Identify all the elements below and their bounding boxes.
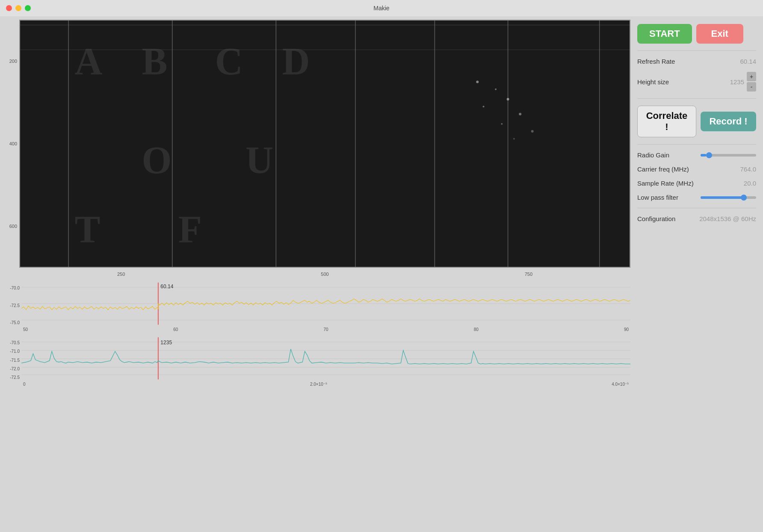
svg-text:1235: 1235 — [160, 340, 172, 346]
y-label-600: 600 — [9, 224, 17, 229]
svg-point-25 — [531, 130, 534, 133]
chart2-y-axis: -70.5 -71.0 -71.5 -72.0 -72.5 — [0, 337, 21, 388]
carrier-freq-row: Carrier freq (MHz) 764.0 — [637, 166, 756, 173]
chart1-y-725: -72.5 — [10, 303, 20, 308]
height-size-row: Height size 1235 + - — [637, 72, 756, 92]
record-button[interactable]: Record ! — [701, 112, 756, 131]
x-label-250: 250 — [117, 272, 125, 277]
chart1-x-90: 90 — [624, 327, 629, 332]
refresh-rate-row: Refresh Rate 60.14 — [637, 58, 756, 65]
chart1-y-axis: -70.0 -72.5 -75.0 — [0, 282, 21, 334]
chart1-panel: -70.0 -72.5 -75.0 60.14 — [0, 282, 630, 334]
svg-text:D: D — [282, 40, 310, 83]
y-label-200: 200 — [9, 59, 17, 64]
svg-point-22 — [483, 106, 485, 107]
carrier-freq-label: Carrier freq (MHz) — [637, 166, 689, 173]
radio-gain-slider[interactable] — [701, 154, 756, 157]
chart1-x-60: 60 — [173, 327, 178, 332]
chart1-y-70: -70.0 — [10, 286, 20, 290]
x-label-750: 750 — [525, 272, 532, 277]
svg-rect-0 — [20, 20, 630, 267]
low-pass-track[interactable] — [701, 196, 756, 199]
spectrogram-svg: A B C D O U T F — [20, 20, 630, 267]
svg-text:U: U — [245, 139, 273, 181]
separator-3 — [637, 144, 756, 145]
radio-gain-track[interactable] — [701, 154, 756, 157]
window-controls[interactable] — [6, 5, 31, 11]
minimize-button[interactable] — [15, 5, 21, 11]
chart2-panel: -70.5 -71.0 -71.5 -72.0 -72.5 — [0, 337, 630, 388]
svg-point-19 — [476, 81, 479, 83]
chart2-x-2e-5: 2.0×10⁻⁵ — [310, 382, 327, 387]
chart2-svg: 1235 — [21, 337, 630, 380]
chart2-y-720: -72.0 — [10, 366, 20, 371]
app-title: Makie — [373, 5, 389, 12]
y-label-400: 400 — [9, 141, 17, 146]
svg-text:T: T — [74, 208, 100, 251]
height-plus-button[interactable]: + — [747, 72, 756, 81]
sample-rate-label: Sample Rate (MHz) — [637, 180, 694, 187]
radio-gain-label: Radio Gain — [637, 151, 669, 159]
configuration-row: Configuration 2048x1536 @ 60Hz — [637, 215, 756, 222]
correlate-record-row: Correlate ! Record ! — [637, 106, 756, 137]
radio-gain-thumb[interactable] — [706, 152, 712, 158]
radio-gain-row: Radio Gain — [637, 151, 756, 159]
height-size-label: Height size — [637, 78, 669, 86]
chart2-x-axis: 0 2.0×10⁻⁵ 4.0×10⁻⁵ — [21, 380, 630, 388]
close-button[interactable] — [6, 5, 12, 11]
low-pass-label: Low pass filter — [637, 194, 678, 201]
spectrogram-container: 200 400 600 — [0, 20, 630, 281]
chart1-svg: 60.14 — [21, 282, 630, 325]
correlate-button[interactable]: Correlate ! — [637, 106, 696, 137]
low-pass-thumb[interactable] — [741, 195, 747, 201]
chart2-x-4e-5: 4.0×10⁻⁵ — [612, 382, 629, 387]
chart1-x-80: 80 — [474, 327, 479, 332]
svg-text:60.14: 60.14 — [160, 284, 173, 290]
height-size-value: 1235 — [730, 78, 744, 86]
main-area: 200 400 600 — [0, 16, 763, 532]
sample-rate-value: 20.0 — [744, 180, 756, 187]
x-label-500: 500 — [321, 272, 328, 277]
svg-point-26 — [513, 138, 515, 139]
chart1-x-50: 50 — [23, 327, 28, 332]
svg-point-24 — [501, 123, 503, 125]
height-minus-button[interactable]: - — [747, 82, 756, 92]
titlebar: Makie — [0, 0, 763, 16]
height-controls: 1235 + - — [730, 72, 756, 92]
separator-1 — [637, 50, 756, 51]
chart1-x-70: 70 — [323, 327, 328, 332]
svg-point-23 — [519, 113, 521, 115]
exit-button[interactable]: Exit — [696, 24, 743, 44]
spectrogram-display: A B C D O U T F — [19, 20, 630, 268]
svg-text:O: O — [142, 139, 172, 181]
chart1-x-axis: 50 60 70 80 90 — [21, 325, 630, 334]
left-panel: 200 400 600 — [0, 16, 630, 532]
low-pass-fill — [701, 196, 742, 199]
configuration-value: 2048x1536 @ 60Hz — [699, 215, 756, 222]
low-pass-slider[interactable] — [701, 196, 756, 199]
radio-gain-fill — [701, 154, 706, 157]
svg-point-21 — [507, 98, 509, 100]
start-button[interactable]: START — [637, 24, 692, 44]
svg-rect-34 — [21, 337, 630, 380]
chart2-y-705: -70.5 — [10, 340, 20, 345]
svg-text:B: B — [142, 40, 167, 83]
low-pass-row: Low pass filter — [637, 194, 756, 201]
chart2-inner: 1235 0 2.0×10⁻⁵ 4.0×10⁻⁵ — [21, 337, 630, 388]
carrier-freq-value: 764.0 — [740, 166, 756, 173]
right-panel: START Exit Refresh Rate 60.14 Height siz… — [630, 16, 763, 532]
chart2-y-710: -71.0 — [10, 349, 20, 354]
maximize-button[interactable] — [25, 5, 31, 11]
svg-text:C: C — [215, 40, 243, 83]
refresh-rate-label: Refresh Rate — [637, 58, 675, 65]
svg-text:A: A — [74, 40, 102, 83]
chart1-inner: 60.14 50 60 70 80 90 — [21, 282, 630, 334]
spectrogram-y-axis: 200 400 600 — [0, 20, 19, 268]
spectrogram-x-axis: 250 500 750 — [19, 268, 630, 281]
sample-rate-row: Sample Rate (MHz) 20.0 — [637, 180, 756, 187]
svg-point-20 — [495, 89, 497, 90]
chart2-y-715: -71.5 — [10, 358, 20, 363]
separator-2 — [637, 98, 756, 99]
chart2-x-0: 0 — [23, 382, 26, 387]
start-exit-row: START Exit — [637, 24, 756, 44]
